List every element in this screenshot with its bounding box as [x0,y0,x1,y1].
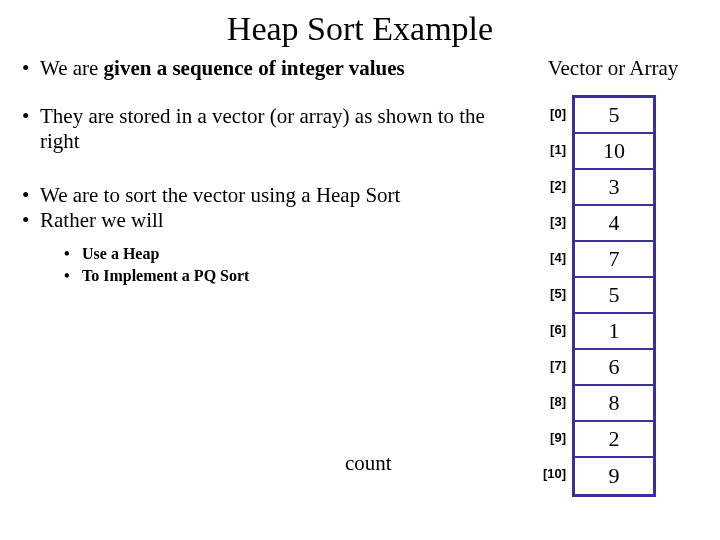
sub-bullet-item: • To Implement a PQ Sort [64,266,488,286]
array-value: 2 [575,422,653,458]
array-value: 7 [575,242,653,278]
bullet-text: They are stored in a vector (or array) a… [40,104,488,155]
bullet-marker: • [18,183,40,209]
array-index: [7] [540,347,572,383]
array-value: 3 [575,170,653,206]
bullet-marker: • [18,104,40,130]
array-value: 10 [575,134,653,170]
sub-bullet-text: To Implement a PQ Sort [82,266,249,286]
array-value: 1 [575,314,653,350]
bullet-marker: • [64,266,82,286]
bullet-text: Rather we will [40,208,488,234]
bullet-list: • We are given a sequence of integer val… [18,56,488,287]
bullet-marker: • [18,208,40,234]
slide-title: Heap Sort Example [0,0,720,56]
array-value: 8 [575,386,653,422]
bullet-text-part: We are [40,56,104,80]
sub-bullet-item: • Use a Heap [64,244,488,264]
array-value: 9 [575,458,653,494]
array-index: [5] [540,275,572,311]
array-index: [3] [540,203,572,239]
array-caption: Vector or Array [500,56,710,81]
array-value: 4 [575,206,653,242]
array-index: [8] [540,383,572,419]
bullet-marker: • [64,244,82,264]
array-index: [9] [540,419,572,455]
array-value: 5 [575,278,653,314]
array-diagram: Vector or Array [0] [1] [2] [3] [4] [5] … [500,56,710,497]
array-value: 6 [575,350,653,386]
array-index: [0] [540,95,572,131]
sub-bullet-text: Use a Heap [82,244,159,264]
array-value-column: 5 10 3 4 7 5 1 6 8 2 9 [572,95,656,497]
bullet-item: • We are to sort the vector using a Heap… [18,183,488,209]
bullet-text: We are to sort the vector using a Heap S… [40,183,488,209]
array-value: 5 [575,98,653,134]
bullet-marker: • [18,56,40,82]
bullet-item: • Rather we will [18,208,488,234]
array-index: [1] [540,131,572,167]
bullet-text: We are given a sequence of integer value… [40,56,488,82]
sub-bullet-list: • Use a Heap • To Implement a PQ Sort [64,244,488,285]
bullet-item: • They are stored in a vector (or array)… [18,104,488,155]
array-table: [0] [1] [2] [3] [4] [5] [6] [7] [8] [9] … [500,95,710,497]
bullet-text-bold: given a sequence of integer values [104,56,405,80]
array-index: [4] [540,239,572,275]
array-index-column: [0] [1] [2] [3] [4] [5] [6] [7] [8] [9] … [540,95,572,491]
array-index: [6] [540,311,572,347]
count-label: count [345,451,392,476]
bullet-item: • We are given a sequence of integer val… [18,56,488,82]
array-index: [10] [540,455,572,491]
array-index: [2] [540,167,572,203]
